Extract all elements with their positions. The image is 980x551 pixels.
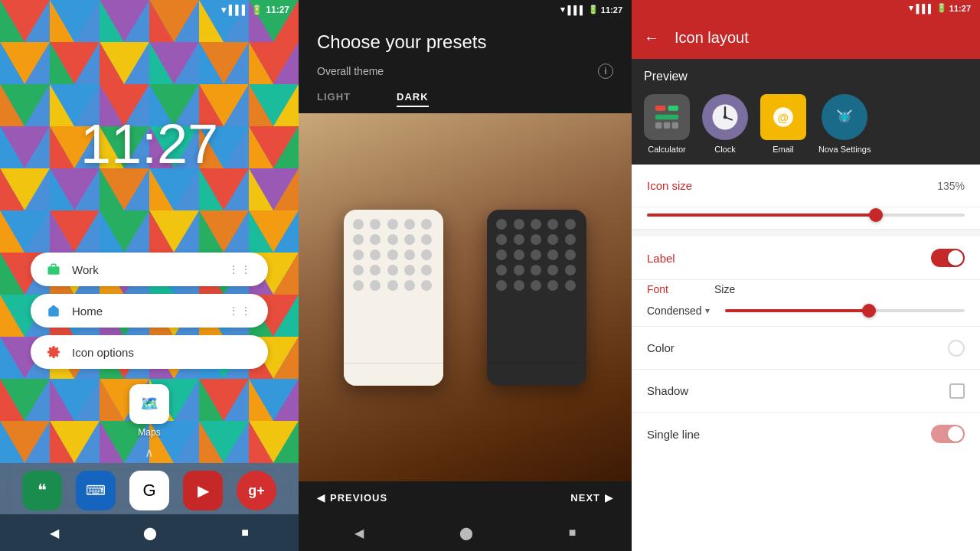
keyboard-icon: ⌨	[86, 482, 106, 499]
dot	[370, 234, 381, 245]
dock-gplus[interactable]: g+	[237, 471, 276, 510]
status-time: 11:27	[266, 5, 289, 15]
work-icon	[46, 262, 61, 277]
p2-home-button[interactable]: ⬤	[459, 526, 473, 540]
dot	[496, 249, 507, 260]
presets-bottom-nav: ◀ ⬤ ■	[299, 514, 632, 551]
icon-options-icon	[46, 344, 61, 360]
single-line-toggle[interactable]	[931, 425, 965, 443]
email-icon: @	[760, 94, 806, 140]
work-menu-dots: ⋮⋮	[228, 263, 253, 276]
dot	[565, 280, 576, 291]
dot	[421, 234, 432, 245]
previous-button[interactable]: ◀ PREVIOUS	[317, 492, 387, 504]
dock-keyboard[interactable]: ⌨	[76, 471, 116, 510]
next-button[interactable]: NEXT ▶	[570, 492, 613, 504]
dot	[531, 280, 541, 291]
toggle-knob	[948, 250, 963, 266]
home-button[interactable]: ⬤	[143, 526, 157, 540]
svg-rect-155	[672, 122, 678, 129]
p2-recents-button[interactable]: ■	[569, 526, 577, 540]
menu-item-icon-options[interactable]: Icon options	[31, 335, 268, 369]
dot	[531, 234, 541, 245]
clock-label: Clock	[714, 145, 736, 154]
dot	[514, 219, 524, 230]
dock-hangouts[interactable]: ❝	[22, 471, 62, 510]
menu-item-work[interactable]: Work ⋮⋮	[31, 253, 268, 286]
preview-clock: Clock	[702, 94, 748, 154]
svg-rect-153	[655, 122, 662, 129]
scroll-indicator: ∧	[0, 445, 299, 460]
p2-wifi-icon: ▾	[560, 5, 565, 15]
next-arrow-icon: ▶	[605, 492, 613, 504]
slider-track	[647, 214, 965, 217]
maps-icon: 🗺️	[129, 384, 169, 424]
color-radio[interactable]	[948, 340, 965, 357]
label-toggle[interactable]	[931, 249, 965, 267]
tab-light[interactable]: LIGHT	[317, 91, 351, 107]
dot	[421, 265, 432, 276]
svg-rect-154	[664, 122, 670, 129]
wifi-icon: ▾	[221, 5, 226, 15]
dot	[531, 219, 541, 230]
preview-calculator: Calculator	[644, 94, 690, 154]
dot	[370, 280, 381, 291]
battery-icon: 🔋	[251, 5, 263, 15]
presets-title: Choose your presets	[317, 31, 613, 53]
color-label: Color	[647, 341, 948, 354]
dot	[353, 280, 364, 291]
single-line-row: Single line	[632, 412, 980, 455]
dock-google[interactable]: G	[129, 471, 169, 510]
font-row: Condensed ▾	[632, 298, 980, 327]
dot	[404, 249, 415, 260]
tab-dark[interactable]: DARK	[397, 91, 429, 107]
home-menu-dots: ⋮⋮	[228, 305, 253, 317]
icon-layout-back-button[interactable]: ←	[644, 29, 659, 47]
svg-rect-152	[655, 115, 678, 120]
dot	[353, 234, 364, 245]
dot	[370, 219, 381, 230]
back-button[interactable]: ◀	[50, 526, 59, 540]
p3-status-bar: ▾ ▌▌▌ 🔋 11:27	[632, 0, 980, 16]
p3-battery-icon: 🔋	[936, 3, 947, 13]
calculator-icon	[644, 94, 690, 140]
p2-back-button[interactable]: ◀	[354, 526, 364, 540]
recents-button[interactable]: ■	[241, 526, 249, 540]
font-size-slider[interactable]	[725, 309, 965, 312]
previous-arrow-icon: ◀	[317, 492, 325, 504]
home-clock-widget: 11:27	[0, 20, 299, 253]
work-label: Work	[72, 263, 217, 276]
icon-size-row: Icon size 135%	[632, 165, 980, 207]
shadow-label: Shadow	[647, 384, 949, 397]
preview-label: Preview	[644, 70, 968, 83]
preview-email: @ Email	[760, 94, 806, 154]
single-line-label: Single line	[647, 428, 931, 441]
dot	[547, 280, 558, 291]
svg-rect-151	[668, 106, 678, 111]
maps-shortcut[interactable]: 🗺️ Maps	[0, 384, 299, 438]
dot	[421, 280, 432, 291]
dot	[387, 265, 398, 276]
slider-fill	[647, 214, 876, 217]
icon-size-slider[interactable]	[647, 214, 965, 217]
svg-point-160	[724, 116, 727, 119]
font-dropdown[interactable]: Condensed ▾	[647, 305, 710, 317]
p2-status-time: 11:27	[601, 5, 622, 15]
svg-text:@: @	[778, 112, 789, 124]
dot	[531, 249, 541, 260]
shadow-checkbox[interactable]	[949, 383, 965, 399]
dot	[353, 219, 364, 230]
maps-label: Maps	[138, 427, 160, 438]
presets-status-bar: ▾ ▌▌▌ 🔋 11:27	[299, 0, 632, 19]
p3-wifi-icon: ▾	[909, 3, 913, 13]
dot	[514, 265, 524, 276]
dot	[496, 265, 507, 276]
svg-rect-150	[655, 106, 665, 111]
home-label: Home	[72, 305, 217, 318]
menu-item-home[interactable]: Home ⋮⋮	[31, 294, 268, 328]
phone-dark-mockup	[487, 210, 586, 386]
dot	[421, 219, 432, 230]
info-icon[interactable]: i	[598, 64, 613, 79]
preview-section: Preview Calculator	[632, 59, 980, 165]
dock-youtube[interactable]: ▶	[183, 471, 223, 510]
